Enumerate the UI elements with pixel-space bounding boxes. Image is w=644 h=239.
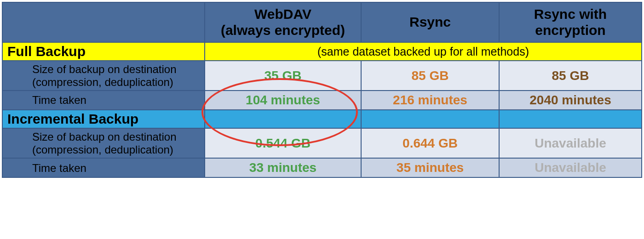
inc-blank-1 bbox=[205, 110, 361, 128]
col-header-rsync-enc: Rsync with encryption bbox=[499, 2, 642, 42]
full-size-webdav: 35 GB bbox=[205, 61, 361, 91]
col-header-rsync: Rsync bbox=[361, 2, 499, 42]
inc-time-rsync: 35 minutes bbox=[361, 158, 499, 177]
inc-blank-3 bbox=[499, 110, 642, 128]
metric-size-label-2: Size of backup on destination (compressi… bbox=[2, 128, 205, 158]
inc-size-rsync: 0.644 GB bbox=[361, 128, 499, 158]
inc-size-rsync-enc: Unavailable bbox=[499, 128, 642, 158]
inc-blank-2 bbox=[361, 110, 499, 128]
metric-time-label: Time taken bbox=[2, 91, 205, 110]
full-time-rsync: 216 minutes bbox=[361, 91, 499, 110]
section-full-row: Full Backup (same dataset backed up for … bbox=[2, 42, 642, 61]
metric-time-label-2: Time taken bbox=[2, 158, 205, 177]
inc-size-webdav: 0.544 GB bbox=[205, 128, 361, 158]
header-row: WebDAV(always encrypted) Rsync Rsync wit… bbox=[2, 2, 642, 42]
section-incremental-row: Incremental Backup bbox=[2, 110, 642, 128]
section-incremental-title: Incremental Backup bbox=[2, 110, 205, 128]
section-full-note: (same dataset backed up for all methods) bbox=[205, 42, 642, 61]
section-full-title: Full Backup bbox=[2, 42, 205, 61]
col-header-webdav: WebDAV(always encrypted) bbox=[205, 2, 361, 42]
full-size-row: Size of backup on destination (compressi… bbox=[2, 61, 642, 91]
full-size-rsync: 85 GB bbox=[361, 61, 499, 91]
inc-time-webdav: 33 minutes bbox=[205, 158, 361, 177]
inc-time-row: Time taken 33 minutes 35 minutes Unavail… bbox=[2, 158, 642, 177]
comparison-table: WebDAV(always encrypted) Rsync Rsync wit… bbox=[2, 2, 642, 178]
inc-time-rsync-enc: Unavailable bbox=[499, 158, 642, 177]
full-time-rsync-enc: 2040 minutes bbox=[499, 91, 642, 110]
header-blank bbox=[2, 2, 205, 42]
inc-size-row: Size of backup on destination (compressi… bbox=[2, 128, 642, 158]
metric-size-label: Size of backup on destination (compressi… bbox=[2, 61, 205, 91]
full-time-webdav: 104 minutes bbox=[205, 91, 361, 110]
full-size-rsync-enc: 85 GB bbox=[499, 61, 642, 91]
full-time-row: Time taken 104 minutes 216 minutes 2040 … bbox=[2, 91, 642, 110]
